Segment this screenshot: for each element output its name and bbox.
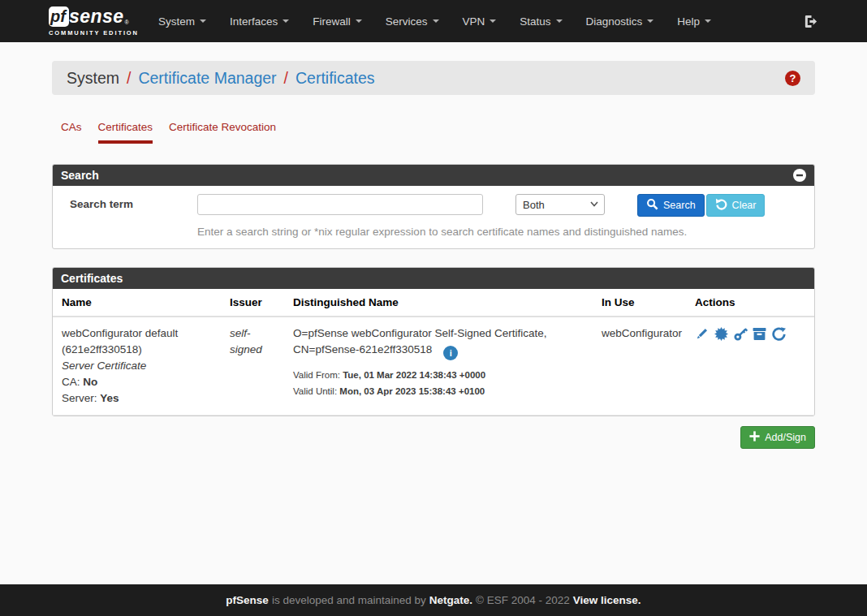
certificates-panel-header: Certificates	[53, 268, 814, 289]
valid-from-label: Valid From:	[293, 370, 340, 380]
cell-name: webConfigurator default (621e2ff330518) …	[53, 317, 221, 416]
certificates-panel-title: Certificates	[61, 272, 123, 285]
search-panel: Search Search term Both	[52, 164, 815, 249]
chevron-down-icon	[556, 19, 563, 23]
menu-status[interactable]: Status	[520, 15, 562, 28]
page-content: System / Certificate Manager / Certifica…	[0, 42, 867, 584]
footer-pfsense-link[interactable]: pfSense	[226, 594, 269, 606]
breadcrumb-separator: /	[127, 69, 131, 88]
export-key-icon[interactable]	[734, 327, 748, 341]
top-navbar: pf sense ® COMMUNITY EDITION System Inte…	[0, 0, 867, 42]
server-value: Yes	[100, 392, 119, 404]
search-input[interactable]	[197, 194, 483, 215]
valid-until-label: Valid Until:	[293, 386, 337, 396]
chevron-down-icon	[200, 19, 206, 23]
main-menu: System Interfaces Firewall Services VPN …	[158, 15, 735, 28]
logo-registered-mark: ®	[125, 19, 129, 25]
breadcrumb-certificates[interactable]: Certificates	[295, 69, 375, 88]
footer-view-license-link[interactable]: View license.	[573, 594, 641, 606]
footer-copyright: © ESF 2004 - 2022	[476, 594, 570, 606]
chevron-down-icon	[433, 19, 439, 23]
menu-vpn[interactable]: VPN	[463, 15, 497, 28]
cell-in-use: webConfigurator	[593, 317, 686, 416]
distinguished-name-text: O=pfSense webConfigurator Self-Signed Ce…	[293, 327, 547, 355]
renew-repeat-icon[interactable]	[772, 327, 786, 341]
sign-out-icon[interactable]	[804, 15, 818, 28]
menu-interfaces[interactable]: Interfaces	[230, 15, 289, 28]
ca-value: No	[83, 376, 97, 388]
column-header-dn: Distinguished Name	[284, 289, 593, 317]
ca-label: CA:	[62, 376, 80, 388]
breadcrumb: System / Certificate Manager / Certifica…	[52, 61, 815, 95]
column-header-actions: Actions	[686, 289, 814, 317]
add-sign-button[interactable]: Add/Sign	[740, 426, 815, 449]
undo-icon	[715, 198, 727, 213]
menu-firewall[interactable]: Firewall	[313, 15, 362, 28]
breadcrumb-system: System	[67, 69, 119, 88]
table-row: webConfigurator default (621e2ff330518) …	[53, 317, 814, 416]
menu-services[interactable]: Services	[386, 15, 439, 28]
chevron-down-icon	[490, 19, 496, 23]
server-label: Server:	[62, 392, 97, 404]
tab-cas[interactable]: CAs	[61, 121, 82, 144]
valid-from-value: Tue, 01 Mar 2022 14:38:43 +0000	[343, 370, 485, 380]
footer-text: is developed and maintained by	[272, 594, 426, 606]
table-header-row: Name Issuer Distinguished Name In Use Ac…	[53, 289, 814, 317]
logo-pf-badge: pf	[49, 6, 69, 27]
collapse-icon[interactable]	[793, 169, 806, 182]
pfsense-logo[interactable]: pf sense ® COMMUNITY EDITION	[49, 6, 139, 37]
search-term-label: Search term	[61, 194, 197, 210]
certificates-panel: Certificates Name Issuer Distinguished N…	[52, 267, 815, 416]
column-header-in-use: In Use	[593, 289, 686, 317]
menu-diagnostics[interactable]: Diagnostics	[586, 15, 654, 28]
column-header-name: Name	[53, 289, 221, 317]
export-certificate-icon[interactable]	[714, 327, 728, 341]
info-icon[interactable]: i	[443, 346, 458, 360]
certificate-type: Server Certificate	[62, 360, 146, 372]
certificates-table: Name Issuer Distinguished Name In Use Ac…	[53, 289, 814, 416]
breadcrumb-separator: /	[284, 69, 288, 88]
search-help-text: Enter a search string or *nix regular ex…	[197, 226, 806, 238]
tab-bar: CAs Certificates Certificate Revocation	[52, 121, 815, 144]
plus-icon	[749, 431, 760, 444]
chevron-down-icon	[647, 19, 653, 23]
breadcrumb-certificate-manager[interactable]: Certificate Manager	[138, 69, 276, 88]
edit-pencil-icon[interactable]	[695, 327, 709, 341]
cell-distinguished-name: O=pfSense webConfigurator Self-Signed Ce…	[284, 317, 593, 416]
search-panel-header: Search	[53, 165, 814, 186]
export-p12-archive-icon[interactable]	[753, 327, 766, 341]
search-panel-title: Search	[61, 169, 99, 182]
search-scope-select[interactable]: Both	[515, 194, 605, 215]
logo-edition-text: COMMUNITY EDITION	[49, 29, 139, 37]
certificate-name: webConfigurator default (621e2ff330518)	[62, 327, 178, 355]
cell-issuer: self-signed	[221, 317, 284, 416]
logo-sense-text: sense	[69, 6, 124, 28]
clear-button[interactable]: Clear	[706, 194, 766, 217]
menu-help[interactable]: Help	[677, 15, 711, 28]
chevron-down-icon	[283, 19, 289, 23]
page-footer: pfSense is developed and maintained by N…	[0, 584, 867, 616]
menu-system[interactable]: System	[158, 15, 206, 28]
search-icon	[646, 198, 658, 213]
chevron-down-icon	[356, 19, 362, 23]
valid-until-value: Mon, 03 Apr 2023 15:38:43 +0100	[339, 386, 485, 396]
chevron-down-icon	[705, 19, 711, 23]
search-button[interactable]: Search	[637, 194, 705, 217]
column-header-issuer: Issuer	[221, 289, 284, 317]
help-icon[interactable]: ?	[785, 71, 800, 86]
cell-actions	[686, 317, 814, 416]
footer-netgate-link[interactable]: Netgate.	[429, 594, 472, 606]
tab-certificates[interactable]: Certificates	[98, 121, 153, 144]
tab-certificate-revocation[interactable]: Certificate Revocation	[169, 121, 276, 144]
